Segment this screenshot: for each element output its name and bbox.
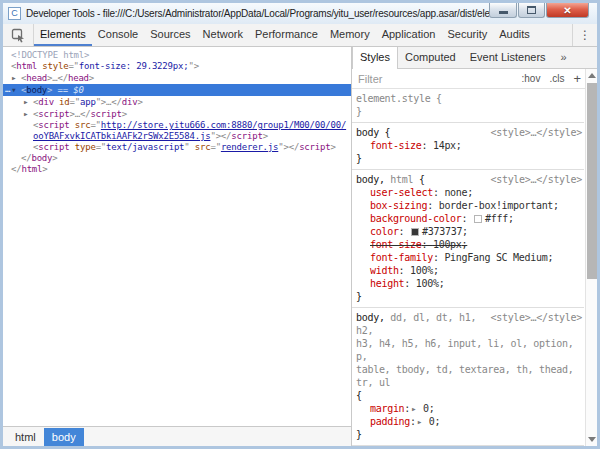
- css-rule-row[interactable]: margin:▶ 0;: [356, 402, 582, 415]
- declaration-text: box-sizing: border-box!important;: [370, 200, 559, 211]
- code-text: </: [80, 109, 90, 119]
- css-rule-row[interactable]: }: [356, 290, 582, 303]
- css-rule-row[interactable]: <style>…</style>body {: [356, 126, 582, 139]
- css-rule-row[interactable]: font-family: PingFang SC Medium;: [356, 251, 582, 264]
- expand-arrow-icon[interactable]: ▼: [12, 84, 21, 95]
- dom-tree-row[interactable]: </body>: [3, 153, 351, 164]
- code-text: type: [75, 142, 96, 152]
- styles-sidebar: StylesComputedEvent Listeners» Filter :h…: [351, 47, 597, 446]
- css-rule-row[interactable]: {: [356, 389, 582, 402]
- dom-tree-row[interactable]: ▶<head>…</head>: [3, 72, 351, 84]
- overridden-declaration: font-size: 100px;: [370, 239, 467, 250]
- dom-tree-row[interactable]: ▶<div id="app">…</div>: [3, 96, 351, 108]
- main-split: <!DOCTYPE html><html style="font-size: 2…: [3, 47, 597, 446]
- tab-memory[interactable]: Memory: [324, 24, 376, 46]
- resource-link[interactable]: renderer.js: [221, 142, 278, 152]
- dom-tree-row[interactable]: <html style="font-size: 29.3229px;">: [3, 61, 351, 72]
- css-rule-row[interactable]: background-color: #fff;: [356, 212, 582, 225]
- more-options-button[interactable]: ⋮: [573, 24, 597, 46]
- maximize-button[interactable]: [518, 3, 545, 18]
- expand-shorthand-icon[interactable]: ▶: [412, 402, 415, 415]
- css-rule-row[interactable]: }: [356, 152, 582, 165]
- dom-tree-row[interactable]: …▼<body> == $0: [3, 84, 351, 96]
- crumb-body[interactable]: body: [44, 428, 84, 446]
- code-text: text/javascript: [106, 142, 184, 152]
- scroll-up-arrow-icon[interactable]: [588, 73, 596, 78]
- code-text: </: [21, 153, 31, 163]
- css-rule-row[interactable]: font-size: 14px;: [356, 139, 582, 152]
- code-text: table, tbody, td, textarea, th, thead, t…: [356, 364, 573, 388]
- element-classes-button[interactable]: .cls: [549, 73, 564, 84]
- css-rule-row[interactable]: padding:▶ 0;: [356, 415, 582, 428]
- css-rule-row[interactable]: element.style {: [356, 92, 582, 105]
- declaration-text: }: [356, 429, 362, 440]
- css-rule-row[interactable]: color: #373737;: [356, 225, 582, 238]
- tab-security[interactable]: Security: [441, 24, 493, 46]
- stylesheet-origin-link[interactable]: <style>…</style>: [490, 173, 582, 186]
- devtools-toolbar: ElementsConsoleSourcesNetworkPerformance…: [3, 24, 597, 47]
- code-text: script: [90, 109, 121, 119]
- filter-input[interactable]: Filter: [358, 73, 522, 85]
- expand-shorthand-icon[interactable]: ▶: [418, 415, 421, 428]
- tab-console[interactable]: Console: [92, 24, 144, 46]
- code-text: margin: [370, 403, 404, 414]
- tab-elements[interactable]: Elements: [34, 24, 92, 46]
- css-rule-row[interactable]: }: [356, 105, 582, 118]
- expand-arrow-icon[interactable]: ▶: [24, 96, 33, 107]
- code-text: :: [410, 416, 416, 427]
- code-text: font-size: [370, 239, 422, 250]
- toggle-element-state-button[interactable]: :hov: [522, 73, 541, 84]
- color-swatch[interactable]: [411, 228, 419, 236]
- css-rule-row[interactable]: height: 100%;: [356, 277, 582, 290]
- dom-tree-row[interactable]: <script type="text/javascript" src="rend…: [3, 142, 351, 153]
- css-rule-row[interactable]: table, tbody, td, textarea, th, thead, t…: [356, 363, 582, 389]
- more-tabs-icon[interactable]: »: [553, 47, 575, 68]
- new-style-rule-button[interactable]: +: [573, 71, 581, 86]
- css-rule: <style>…</style>body {font-size: 14px;}: [352, 123, 584, 170]
- css-rule-row[interactable]: h3, h4, h5, h6, input, li, ol, option, p…: [356, 337, 582, 363]
- css-rule-row[interactable]: }: [356, 428, 582, 441]
- tab-audits[interactable]: Audits: [493, 24, 536, 46]
- inspect-element-button[interactable]: [3, 24, 33, 46]
- crumb-html[interactable]: html: [7, 428, 44, 446]
- css-rule-row[interactable]: user-select: none;: [356, 186, 582, 199]
- scrollbar-thumb[interactable]: [587, 83, 597, 279]
- tab-application[interactable]: Application: [376, 24, 442, 46]
- elements-panel: <!DOCTYPE html><html style="font-size: 2…: [3, 47, 351, 446]
- code-text: :: [433, 187, 444, 198]
- dom-tree-row[interactable]: <!DOCTYPE html>: [3, 50, 351, 61]
- css-rule-row[interactable]: font-size: 100px;: [356, 238, 582, 251]
- code-text: ;: [435, 416, 441, 427]
- minimize-button[interactable]: [489, 3, 517, 18]
- sidebar-tab-styles[interactable]: Styles: [352, 47, 398, 69]
- code-text: </: [58, 73, 68, 83]
- code-text: >: [42, 164, 47, 174]
- tab-performance[interactable]: Performance: [249, 24, 324, 46]
- code-text: div: [122, 97, 138, 107]
- css-rule: <style>…</style>body, dd, dl, dt, h1, h2…: [352, 308, 584, 446]
- stylesheet-origin-link[interactable]: <style>…</style>: [490, 126, 582, 139]
- tab-sources[interactable]: Sources: [144, 24, 196, 46]
- dom-tree-row[interactable]: ▶<script>…</script>: [3, 108, 351, 120]
- styles-scrollbar[interactable]: [585, 69, 597, 446]
- dom-tree-row[interactable]: </html>: [3, 164, 351, 175]
- stylesheet-origin-link[interactable]: <style>…</style>: [490, 311, 582, 324]
- code-text: script: [38, 120, 69, 130]
- css-rule-row[interactable]: <style>…</style>body, html {: [356, 173, 582, 186]
- code-text: "></: [278, 142, 299, 152]
- color-swatch[interactable]: [474, 215, 482, 223]
- tab-network[interactable]: Network: [197, 24, 249, 46]
- dom-tree-row[interactable]: <script src="http://store.yitu666.com:88…: [3, 120, 351, 142]
- row-options-icon[interactable]: …: [5, 84, 10, 95]
- close-button[interactable]: ✕: [546, 3, 589, 18]
- expand-arrow-icon[interactable]: ▶: [24, 108, 33, 119]
- scroll-down-arrow-icon[interactable]: [588, 437, 596, 442]
- css-rule-row[interactable]: width: 100%;: [356, 264, 582, 277]
- styles-filter-row: Filter :hov .cls +: [352, 69, 597, 89]
- titlebar[interactable]: C Developer Tools - file:///C:/Users/Adm…: [3, 3, 597, 24]
- css-rule-row[interactable]: box-sizing: border-box!important;: [356, 199, 582, 212]
- sidebar-tab-event-listeners[interactable]: Event Listeners: [463, 47, 553, 68]
- css-rule-row[interactable]: <style>…</style>body, dd, dl, dt, h1, h2…: [356, 311, 582, 337]
- sidebar-tab-computed[interactable]: Computed: [398, 47, 463, 68]
- expand-arrow-icon[interactable]: ▶: [12, 72, 21, 83]
